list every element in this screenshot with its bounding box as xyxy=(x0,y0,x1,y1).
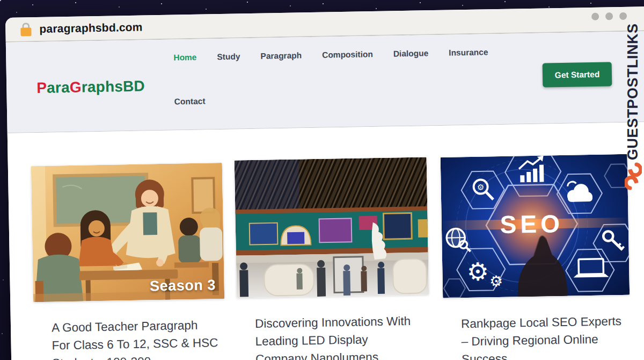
nav-item-insurance[interactable]: Insurance xyxy=(449,47,488,58)
card-image-seo[interactable]: ⚙ ⚙ ⚙ xyxy=(441,154,630,298)
chain-link-icon[interactable] xyxy=(625,161,642,191)
lock-body xyxy=(20,27,31,36)
site-logo[interactable]: ParaGraphsBD xyxy=(36,77,145,97)
post-card: ⚙ ⚙ ⚙ xyxy=(441,154,631,360)
card-image-led-showroom[interactable] xyxy=(235,157,429,298)
led-showroom-photo xyxy=(235,157,429,298)
season-badge: Season 3 xyxy=(150,277,216,294)
main-navigation: Home Study Paragraph Composition Dialogu… xyxy=(173,47,492,107)
post-title[interactable]: Rankpage Local SEO Experts – Driving Reg… xyxy=(461,313,630,360)
post-card: Season 3 A Good Teacher Paragraph For Cl… xyxy=(31,163,226,360)
wall-poster xyxy=(192,178,214,213)
nav-item-home[interactable]: Home xyxy=(173,52,196,63)
browser-window: paragraphsbd.com ParaGraphsBD Home Study… xyxy=(5,6,644,360)
mezzanine-led-wall xyxy=(235,206,428,256)
logo-part: raphsBD xyxy=(82,77,145,95)
site-header: ParaGraphsBD Home Study Paragraph Compos… xyxy=(6,31,644,133)
guestpostlinks-watermark[interactable]: GUESTPOSTLINKS xyxy=(625,23,641,160)
page-content: Season 3 A Good Teacher Paragraph For Cl… xyxy=(8,122,644,360)
logo-part: P xyxy=(36,80,47,96)
nav-item-composition[interactable]: Composition xyxy=(322,49,373,61)
post-card: Discovering Innovations With Leading LED… xyxy=(235,157,430,360)
lock-icon xyxy=(20,23,31,37)
nav-item-paragraph[interactable]: Paragraph xyxy=(260,50,302,61)
card-image-classroom[interactable]: Season 3 xyxy=(31,163,224,302)
logo-part: ara xyxy=(47,79,70,96)
window-control-dot-icon[interactable] xyxy=(591,13,599,20)
starfield-background xyxy=(0,0,1,1)
svg-text:⚙: ⚙ xyxy=(489,272,503,290)
address-bar-url[interactable]: paragraphsbd.com xyxy=(39,21,143,35)
laptop-icon xyxy=(573,258,609,277)
seo-label: SEO xyxy=(500,210,564,239)
seo-concept-photo: ⚙ ⚙ ⚙ xyxy=(441,154,630,298)
post-title[interactable]: A Good Teacher Paragraph For Class 6 To … xyxy=(52,316,220,360)
post-title[interactable]: Discovering Innovations With Leading LED… xyxy=(255,313,423,360)
window-controls xyxy=(591,12,627,20)
nav-item-contact[interactable]: Contact xyxy=(174,96,206,107)
get-started-button[interactable]: Get Started xyxy=(543,62,612,87)
svg-text:⚙: ⚙ xyxy=(466,257,489,286)
svg-text:⚙: ⚙ xyxy=(477,182,485,192)
window-control-dot-icon[interactable] xyxy=(605,12,613,20)
window-control-dot-icon[interactable] xyxy=(619,12,627,20)
nav-item-study[interactable]: Study xyxy=(217,51,240,62)
nav-item-dialogue[interactable]: Dialogue xyxy=(393,48,429,59)
logo-part: G xyxy=(70,79,82,96)
